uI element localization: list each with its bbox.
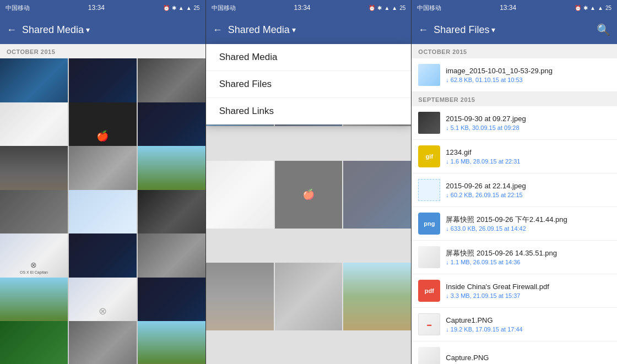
dropdown-chevron-left[interactable]: ▾ <box>86 25 90 34</box>
wifi-icon-mid: ▲ <box>392 5 397 11</box>
carrier-middle: 中国移动 <box>212 4 236 12</box>
appbar-middle: ← Shared Media ▾ <box>206 15 412 44</box>
file-item-1[interactable]: image_2015-10-01_10-53-29.png ↓ 62.8 KB,… <box>412 58 617 92</box>
download-arrow-3: ↓ <box>446 158 449 165</box>
file-meta-text-6: 1.1 MB, 26.09.15 at 14:36 <box>451 259 521 265</box>
file-info-1: image_2015-10-01_10-53-29.png ↓ 62.8 KB,… <box>446 67 610 84</box>
back-button-right[interactable]: ← <box>418 24 428 36</box>
title-text-middle: Shared Media <box>228 24 290 36</box>
file-meta-text-1: 62.8 KB, 01.10.15 at 10:53 <box>451 77 523 83</box>
file-name-5: 屏幕快照 2015-09-26 下午2.41.44.png <box>446 215 610 225</box>
title-text-left: Shared Media <box>22 24 84 36</box>
back-button-left[interactable]: ← <box>7 24 17 36</box>
status-bar-right: 中国移动 13:34 ⏰ ✱ ▲ ▲ 25 <box>412 0 617 15</box>
file-name-3: 1234.gif <box>446 148 610 157</box>
file-meta-text-5: 633.0 KB, 26.09.15 at 14:42 <box>451 225 526 232</box>
download-arrow-8: ↓ <box>446 326 449 333</box>
search-button-right[interactable]: 🔍 <box>597 23 610 36</box>
file-meta-5: ↓ 633.0 KB, 26.09.15 at 14:42 <box>446 225 610 232</box>
file-meta-text-3: 1.6 MB, 28.09.15 at 22:31 <box>451 158 521 165</box>
file-name-9: Capture.PNG <box>446 354 610 363</box>
appbar-left: ← Shared Media ▾ <box>0 15 205 44</box>
file-item-9[interactable]: Capture.PNG <box>412 341 617 364</box>
middle-panel: 中国移动 13:34 ⏰ ✱ ▲ ▲ 25 ← Shared Media ▾ O… <box>206 0 412 364</box>
download-arrow-4: ↓ <box>446 192 449 198</box>
file-info-3: 1234.gif ↓ 1.6 MB, 28.09.15 at 22:31 <box>446 148 610 165</box>
dropdown-item-shared-files[interactable]: Shared Files <box>206 71 412 98</box>
file-meta-3: ↓ 1.6 MB, 28.09.15 at 22:31 <box>446 158 610 165</box>
time-right: 13:34 <box>500 4 516 12</box>
file-thumb-img-4 <box>418 179 440 201</box>
signal-icon-mid: ▲ <box>384 5 389 11</box>
file-thumb-8: ▬ <box>418 313 440 335</box>
bluetooth-icon: ✱ <box>172 5 176 11</box>
section-october: OCTOBER 2015 <box>412 44 617 58</box>
file-thumb-2 <box>418 112 440 134</box>
battery-left: ⏰ ✱ ▲ ▲ 25 <box>163 5 200 11</box>
dropdown-chevron-middle[interactable]: ▾ <box>292 25 296 34</box>
mid-photo-7 <box>206 263 274 330</box>
right-panel: 中国移动 13:34 ⏰ ✱ ▲ ▲ 25 ← Shared Files ▾ 🔍… <box>412 0 617 364</box>
mid-photo-4 <box>206 161 274 229</box>
dropdown-item-shared-links[interactable]: Shared Links <box>206 98 412 124</box>
bluetooth-icon-mid: ✱ <box>377 5 382 11</box>
appbar-title-middle: Shared Media ▾ <box>228 24 405 36</box>
time-left: 13:34 <box>88 4 105 12</box>
file-thumb-img-8: ▬ <box>418 313 440 335</box>
status-bar-left: 中国移动 13:34 ⏰ ✱ ▲ ▲ 25 <box>0 0 205 15</box>
file-info-9: Capture.PNG <box>446 354 610 363</box>
file-item-7[interactable]: pdf Inside China's Great Firewall.pdf ↓ … <box>412 274 617 308</box>
file-icon-gif: gif <box>418 145 440 167</box>
alarm-icon: ⏰ <box>163 5 170 11</box>
file-item-2[interactable]: 2015-09-30 at 09.27.jpeg ↓ 5.1 KB, 30.09… <box>412 106 617 140</box>
file-thumb-9 <box>418 347 440 364</box>
file-item-4[interactable]: 2015-09-26 at 22.14.jpeg ↓ 60.2 KB, 26.0… <box>412 173 617 207</box>
time-middle: 13:34 <box>294 4 311 12</box>
dropdown-item-shared-media[interactable]: Shared Media <box>206 44 412 71</box>
mid-photo-6 <box>343 161 411 229</box>
file-info-4: 2015-09-26 at 22.14.jpeg ↓ 60.2 KB, 26.0… <box>446 182 610 199</box>
photo-grid-left: 🍎 共 8 GB — 1 小时 共 6.08 GB 1.79 GB — 3 分钟… <box>0 58 205 364</box>
signal-icon-right: ▲ <box>590 5 596 11</box>
photo-cell-20[interactable]: 8 GB — 15 小时 3 <box>69 321 137 364</box>
left-panel: 中国移动 13:34 ⏰ ✱ ▲ ▲ 25 ← Shared Media ▾ O… <box>0 0 205 364</box>
photo-cell-19[interactable]: 1.79 GB — 正在计 <box>0 321 68 364</box>
file-meta-text-4: 60.2 KB, 26.09.15 at 22:15 <box>451 192 523 198</box>
file-item-6[interactable]: 屏幕快照 2015-09-26 14.35.51.png ↓ 1.1 MB, 2… <box>412 241 617 274</box>
bluetooth-icon-right: ✱ <box>583 5 588 11</box>
status-bar-middle: 中国移动 13:34 ⏰ ✱ ▲ ▲ 25 <box>206 0 412 15</box>
file-name-7: Inside China's Great Firewall.pdf <box>446 282 610 292</box>
back-button-middle[interactable]: ← <box>213 24 223 36</box>
file-thumb-img-6 <box>418 246 440 268</box>
file-name-2: 2015-09-30 at 09.27.jpeg <box>446 115 610 124</box>
wifi-icon-right: ▲ <box>598 5 603 11</box>
file-info-2: 2015-09-30 at 09.27.jpeg ↓ 5.1 KB, 30.09… <box>446 115 610 132</box>
appbar-right: ← Shared Files ▾ 🔍 <box>412 15 617 44</box>
file-item-3[interactable]: gif 1234.gif ↓ 1.6 MB, 28.09.15 at 22:31 <box>412 140 617 173</box>
file-icon-png-5: png <box>418 213 440 235</box>
file-thumb-1 <box>418 64 440 86</box>
file-name-4: 2015-09-26 at 22.14.jpeg <box>446 182 610 191</box>
file-info-8: Capture1.PNG ↓ 19.2 KB, 17.09.15 at 17:4… <box>446 316 610 333</box>
file-item-8[interactable]: ▬ Capture1.PNG ↓ 19.2 KB, 17.09.15 at 17… <box>412 308 617 341</box>
photo-cell-21[interactable] <box>138 321 205 364</box>
title-text-right: Shared Files <box>434 24 489 36</box>
mid-photo-8 <box>275 263 343 330</box>
file-meta-7: ↓ 3.3 MB, 21.09.15 at 15:37 <box>446 292 610 299</box>
file-name-8: Capture1.PNG <box>446 316 610 325</box>
file-meta-text-7: 3.3 MB, 21.09.15 at 15:37 <box>451 292 521 299</box>
download-arrow-7: ↓ <box>446 292 449 299</box>
file-item-5[interactable]: png 屏幕快照 2015-09-26 下午2.41.44.png ↓ 633.… <box>412 207 617 241</box>
file-meta-1: ↓ 62.8 KB, 01.10.15 at 10:53 <box>446 77 610 83</box>
file-thumb-img-2 <box>418 112 440 134</box>
appbar-title-right: Shared Files ▾ <box>434 24 591 36</box>
file-thumb-img-9 <box>418 347 440 364</box>
mid-photo-9 <box>343 263 411 330</box>
dropdown-chevron-right[interactable]: ▾ <box>491 25 495 34</box>
file-info-5: 屏幕快照 2015-09-26 下午2.41.44.png ↓ 633.0 KB… <box>446 215 610 232</box>
file-meta-8: ↓ 19.2 KB, 17.09.15 at 17:44 <box>446 326 610 333</box>
file-thumb-img-1 <box>418 64 440 86</box>
file-meta-text-2: 5.1 KB, 30.09.15 at 09:28 <box>451 124 519 131</box>
battery-level-left: 25 <box>194 5 200 11</box>
alarm-icon-mid: ⏰ <box>369 5 375 11</box>
